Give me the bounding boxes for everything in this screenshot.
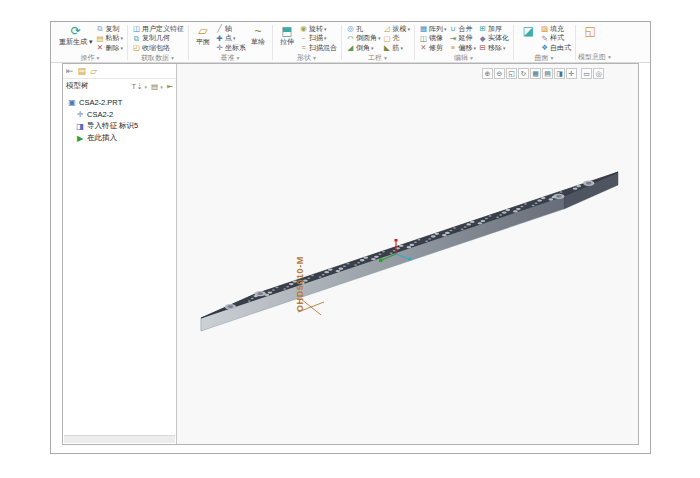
ribbon-button-udf[interactable]: ◫用户定义特征 [132, 24, 184, 34]
ribbon-button-rib[interactable]: ◣筋▾ [383, 43, 411, 53]
ribbon-group-label[interactable]: 操作▼ [56, 53, 125, 63]
view-toolbar-zoom-out[interactable]: ⊖ [494, 68, 505, 79]
group-dropdown-arrow-icon: ▼ [236, 55, 241, 61]
ribbon-button-delete[interactable]: ✕删除▾ [95, 43, 123, 53]
ribbon-button-sketch[interactable]: ~草绘 [248, 24, 268, 46]
ribbon-button-shell[interactable]: ▢壳 [383, 34, 411, 44]
ribbon-button-offset[interactable]: ≡偏移▾ [449, 43, 477, 53]
ribbon-button-remove[interactable]: ⊟移除▾ [478, 43, 509, 53]
ribbon-button-extrude[interactable]: ⬒拉伸 [277, 24, 297, 46]
ribbon-button-label: 填充 [550, 24, 564, 34]
dropdown-arrow-icon: ▾ [371, 45, 374, 51]
freestyle-icon: ❖ [540, 43, 549, 52]
graphics-area[interactable]: ⊕⊖◱↻▦▤◨✛▭◎ OHD5010-M [177, 64, 638, 444]
ribbon-group-label[interactable]: 工程▼ [344, 53, 412, 63]
feature-axes-icon: ✛ [75, 110, 85, 119]
ribbon-button-model-intent[interactable]: ◱ [580, 24, 600, 38]
navigator-hscrollbar[interactable] [64, 435, 175, 443]
model-tree-header-icons: T⇣ ▾▤ ▾⇤ [132, 82, 173, 91]
ribbon-button-extend[interactable]: ⇥延伸 [449, 34, 477, 44]
ribbon-button-copy[interactable]: ⧉复制 [95, 24, 123, 34]
mirror-icon: ◫ [419, 34, 428, 43]
navigator-tab-folder-browser-tab[interactable]: ▱ [90, 66, 97, 76]
view-toolbar-datum-display-filter[interactable]: ✛ [566, 68, 577, 79]
ribbon-group-label[interactable]: 获取数据▼ [130, 53, 186, 63]
ribbon-button-paste[interactable]: ▤粘贴▾ [95, 34, 123, 44]
group-dropdown-arrow-icon: ▼ [550, 55, 555, 61]
collapse-panel-icon[interactable]: ⇤ [167, 82, 173, 91]
model-tree-item-label: 在此插入 [87, 133, 117, 143]
ribbon-group-2: ▱平面╱轴✚点▾✛坐标系~草绘基准▼ [191, 23, 270, 62]
ribbon-small-column: ╱轴✚点▾✛坐标系 [215, 24, 246, 53]
solidify-icon: ◆ [478, 34, 487, 43]
ribbon-button-merge[interactable]: ∪合并 [449, 24, 477, 34]
ribbon-button-style[interactable]: ✎样式 [540, 34, 571, 44]
ribbon-button-copy-geometry[interactable]: ⧉复制几何 [132, 34, 184, 44]
offset-icon: ≡ [449, 43, 458, 52]
ribbon-button-shrinkwrap[interactable]: ◰收缩包络 [132, 43, 184, 53]
ribbon-group-label[interactable]: 形状▼ [275, 53, 339, 63]
view-toolbar-annotation-display[interactable]: ▭ [581, 68, 592, 79]
swept-blend-icon: ≈ [299, 43, 308, 52]
tree-filter-icon[interactable]: T⇣ ▾ [132, 82, 147, 91]
navigator-tab-pin[interactable]: ⇤ [66, 66, 74, 76]
ribbon-button-label: 加厚 [488, 24, 502, 34]
ribbon-separator [188, 25, 189, 60]
ribbon-group-items: ◪▨填充✎样式❖自由式 [516, 23, 573, 53]
ribbon-button-revolve[interactable]: ◉旋转▾ [299, 24, 337, 34]
ribbon-button-label: 收缩包络 [142, 43, 170, 53]
ribbon-button-axis[interactable]: ╱轴 [215, 24, 246, 34]
revolve-icon: ◉ [299, 24, 308, 33]
view-toolbar-view-manager[interactable]: ◨ [554, 68, 565, 79]
navigator-tab-model-tree-tab[interactable]: ▤ [78, 66, 87, 76]
view-toolbar-saved-orientations[interactable]: ▤ [542, 68, 553, 79]
dropdown-arrow-icon: ▾ [160, 84, 163, 90]
view-toolbar-spin-center-toggle[interactable]: ◎ [593, 68, 604, 79]
ribbon-button-pattern[interactable]: ▦阵列▾ [419, 24, 447, 34]
ribbon-button-trim[interactable]: ✕修剪 [419, 43, 447, 53]
view-toolbar-zoom-in[interactable]: ⊕ [482, 68, 493, 79]
model-tree-item-1[interactable]: ✛CSA2-2 [63, 108, 176, 120]
ribbon-button-label: 用户定义特征 [142, 24, 184, 34]
insert-here-icon: ▶ [75, 134, 85, 143]
dropdown-arrow-icon: ▾ [444, 26, 447, 32]
ribbon-button-label: 拉伸 [280, 38, 294, 46]
ribbon-button-label: 重新生成 ▾ [59, 38, 92, 46]
ribbon-separator [414, 25, 415, 60]
ribbon-button-thicken[interactable]: ⊞加厚 [478, 24, 509, 34]
ribbon-group-items: ▱平面╱轴✚点▾✛坐标系~草绘 [191, 23, 270, 53]
ribbon-group-label[interactable]: 模型意图▼ [578, 52, 612, 62]
ribbon-button-fill[interactable]: ▨填充 [540, 24, 571, 34]
ribbon-button-mirror[interactable]: ◫镜像 [419, 34, 447, 44]
ribbon-small-column: ⧉复制▤粘贴▾✕删除▾ [95, 24, 123, 53]
ribbon-button-chamfer[interactable]: ◢倒角▾ [346, 43, 381, 53]
model-tree-item-label: CSA2-2.PRT [79, 98, 122, 107]
view-toolbar-display-style[interactable]: ▦ [530, 68, 541, 79]
ribbon-group-label[interactable]: 基准▼ [191, 53, 270, 63]
ribbon-button-solidify[interactable]: ◆实体化 [478, 34, 509, 44]
ribbon-button-round[interactable]: ◠倒圆角▾ [346, 34, 381, 44]
tree-options-icon[interactable]: ▤ ▾ [151, 82, 163, 91]
ribbon-button-csys[interactable]: ✛坐标系 [215, 43, 246, 53]
3d-model-canvas[interactable]: OHD5010-M [177, 64, 638, 444]
model-tree-item-0[interactable]: ▣CSA2-2.PRT [63, 96, 176, 108]
ribbon-button-sweep[interactable]: ~扫描▾ [299, 34, 337, 44]
ribbon-group-label[interactable]: 编辑▼ [417, 53, 511, 63]
model-tree-item-3[interactable]: ▶在此插入 [63, 132, 176, 144]
ribbon-button-draft[interactable]: ◿拔模▾ [383, 24, 411, 34]
ribbon-button-freestyle[interactable]: ❖自由式 [540, 43, 571, 53]
ribbon-button-hole[interactable]: ◎孔 [346, 24, 381, 34]
ribbon-button-regenerate[interactable]: ⟳重新生成 ▾ [58, 24, 93, 46]
ribbon-button-label: 延伸 [459, 33, 473, 43]
model-tree-item-2[interactable]: ◨导入特征 标识5 [63, 120, 176, 132]
ribbon-button-plane[interactable]: ▱平面 [193, 24, 213, 46]
ribbon-group-label[interactable]: 曲面▼ [516, 53, 573, 63]
ribbon-button-point[interactable]: ✚点▾ [215, 34, 246, 44]
ribbon-button-label: 复制几何 [142, 33, 170, 43]
dropdown-arrow-icon: ▾ [120, 35, 123, 41]
ribbon-small-column: ⊞加厚◆实体化⊟移除▾ [478, 24, 509, 53]
view-toolbar-repaint[interactable]: ↻ [518, 68, 529, 79]
ribbon-button-boundary-blend[interactable]: ◪ [518, 24, 538, 38]
ribbon-button-swept-blend[interactable]: ≈扫描混合 [299, 43, 337, 53]
view-toolbar-refit[interactable]: ◱ [506, 68, 517, 79]
